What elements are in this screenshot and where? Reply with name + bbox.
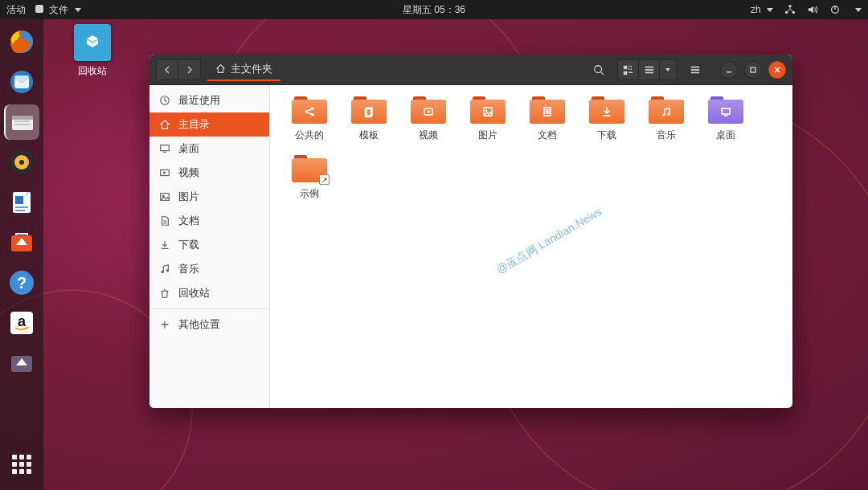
close-button[interactable]	[768, 61, 786, 79]
folder-picture[interactable]: 图片	[458, 96, 518, 142]
svg-rect-16	[15, 210, 25, 211]
svg-rect-24	[623, 65, 626, 68]
search-button[interactable]	[588, 60, 609, 80]
sidebar-item-label: 音乐	[178, 262, 199, 276]
network-icon[interactable]	[784, 4, 796, 15]
view-options-button[interactable]	[660, 60, 676, 80]
sidebar-other-locations[interactable]: 其他位置	[149, 312, 269, 337]
folder-label: 公共的	[295, 129, 324, 142]
folder-music[interactable]: 音乐	[637, 96, 696, 142]
sidebar-item-picture[interactable]: 图片	[149, 185, 269, 209]
desktop-trash-label: 回收站	[78, 65, 107, 76]
folder-icon	[649, 96, 684, 124]
files-window: 主文件夹 最近使用主目录桌面视频图片文档下载音乐回收站 其他位置	[149, 55, 792, 408]
list-view-button[interactable]	[639, 60, 660, 80]
app-menu-label: 文件	[49, 4, 68, 15]
svg-point-23	[595, 65, 602, 72]
folder-icon: ↗	[292, 155, 327, 182]
activities-button[interactable]: 活动	[6, 3, 26, 17]
minimize-button[interactable]	[720, 61, 738, 79]
sidebar-item-label: 视频	[178, 165, 199, 180]
path-bar[interactable]: 主文件夹	[207, 59, 280, 81]
sidebar-item-trash[interactable]: 回收站	[149, 281, 269, 305]
dock-help[interactable]: ?	[4, 265, 39, 300]
svg-rect-33	[645, 71, 653, 73]
folder-label: 桌面	[716, 129, 735, 142]
sidebar-item-label: 桌面	[178, 141, 199, 156]
sidebar-item-clock[interactable]: 最近使用	[149, 88, 269, 112]
plus-icon	[159, 319, 170, 330]
folder-icon	[292, 96, 327, 124]
folder-download[interactable]: 下载	[577, 96, 637, 142]
titlebar[interactable]: 主文件夹	[149, 55, 792, 85]
apps-grid-icon	[12, 455, 31, 474]
icon-view-button[interactable]	[618, 60, 639, 80]
volume-icon[interactable]	[807, 4, 818, 15]
svg-rect-31	[645, 66, 653, 67]
input-source-indicator[interactable]: zh	[751, 4, 773, 15]
hamburger-menu-button[interactable]	[685, 60, 706, 80]
folder-template[interactable]: 模板	[339, 96, 399, 142]
maximize-button[interactable]	[744, 61, 762, 79]
sidebar-other-label: 其他位置	[178, 317, 220, 332]
folder-icon	[411, 96, 446, 124]
folder-desktop[interactable]: 桌面	[696, 96, 755, 142]
svg-rect-37	[727, 71, 731, 73]
dock-files[interactable]	[4, 104, 39, 140]
svg-point-55	[662, 113, 665, 116]
path-segment-home[interactable]: 主文件夹	[207, 59, 280, 81]
dock-thunderbird[interactable]	[4, 64, 39, 100]
folder-label: 图片	[478, 129, 497, 142]
sidebar-item-music[interactable]: 音乐	[149, 257, 269, 281]
sidebar-item-label: 文档	[178, 214, 199, 228]
svg-rect-38	[751, 67, 755, 72]
desktop-trash[interactable]: 回收站	[64, 24, 121, 78]
svg-rect-36	[691, 71, 700, 73]
sidebar-item-document[interactable]: 文档	[149, 209, 269, 233]
folder-label: 文档	[538, 129, 557, 142]
dock-amazon[interactable]: a	[4, 305, 39, 341]
back-button[interactable]	[156, 59, 178, 80]
content-area[interactable]: 公共的模板视频图片文档下载音乐桌面↗示例 @蓝点网 Landian.News	[270, 85, 792, 408]
svg-rect-32	[645, 69, 653, 71]
dock-rhythmbox[interactable]	[4, 145, 39, 180]
dock-firefox[interactable]	[4, 24, 39, 59]
svg-rect-25	[628, 65, 629, 67]
folder-generic[interactable]: ↗示例	[280, 155, 339, 201]
sidebar: 最近使用主目录桌面视频图片文档下载音乐回收站 其他位置	[149, 85, 270, 408]
input-source-label: zh	[751, 4, 761, 15]
sidebar-item-desktop[interactable]: 桌面	[149, 137, 269, 161]
folder-share[interactable]: 公共的	[280, 96, 339, 142]
sidebar-item-label: 回收站	[178, 286, 210, 300]
top-panel: 活动 文件 星期五 05：36 zh	[0, 0, 868, 19]
svg-rect-14	[15, 196, 23, 204]
folder-document[interactable]: 文档	[518, 96, 577, 142]
dock: ? a	[0, 19, 43, 490]
app-menu[interactable]: 文件	[35, 3, 81, 17]
watermark-text: @蓝点网 Landian.News	[493, 205, 604, 277]
dock-software[interactable]	[4, 225, 39, 260]
dock-writer[interactable]	[4, 185, 39, 220]
forward-button[interactable]	[178, 59, 201, 80]
folder-label: 模板	[359, 129, 379, 142]
svg-rect-57	[722, 108, 730, 114]
shortcut-arrow-icon: ↗	[319, 174, 330, 185]
show-applications-button[interactable]	[4, 447, 39, 482]
sidebar-item-video[interactable]: 视频	[149, 161, 269, 185]
sidebar-item-home[interactable]: 主目录	[149, 112, 269, 137]
clock[interactable]: 星期五 05：36	[403, 3, 465, 17]
svg-rect-28	[630, 68, 631, 70]
chevron-down-icon	[855, 8, 862, 12]
svg-rect-29	[623, 71, 626, 74]
power-icon[interactable]	[829, 4, 841, 15]
svg-point-45	[166, 269, 170, 272]
svg-rect-9	[14, 124, 30, 125]
chevron-down-icon	[75, 8, 81, 12]
dock-software-updater[interactable]	[4, 345, 39, 381]
folder-video[interactable]: 视频	[399, 96, 458, 142]
folder-icon	[708, 96, 743, 124]
sidebar-item-label: 主目录	[178, 117, 210, 132]
sidebar-item-download[interactable]: 下载	[149, 233, 269, 257]
svg-point-0	[788, 5, 792, 8]
svg-rect-26	[630, 65, 631, 67]
